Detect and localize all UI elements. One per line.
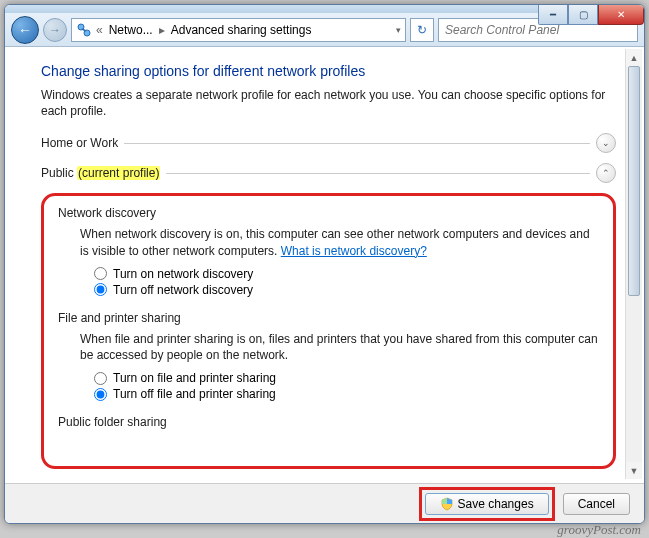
radio-network-discovery-off[interactable]: Turn off network discovery <box>94 283 599 297</box>
maximize-button[interactable]: ▢ <box>568 5 598 25</box>
address-dropdown-icon[interactable]: ▾ <box>396 25 401 35</box>
radio-network-discovery-on[interactable]: Turn on network discovery <box>94 267 599 281</box>
save-button-label: Save changes <box>458 497 534 511</box>
shield-icon <box>440 497 454 511</box>
cancel-button-label: Cancel <box>578 497 615 511</box>
refresh-button[interactable]: ↻ <box>410 18 434 42</box>
radio-input[interactable] <box>94 267 107 280</box>
footer-bar: Save changes Cancel <box>5 483 644 523</box>
forward-button[interactable]: → <box>43 18 67 42</box>
minimize-button[interactable]: ━ <box>538 5 568 25</box>
svg-line-2 <box>82 29 86 31</box>
highlighted-save-region: Save changes <box>419 487 555 521</box>
file-printer-options: Turn on file and printer sharing Turn of… <box>94 371 599 401</box>
chevron-down-icon[interactable]: ⌄ <box>596 133 616 153</box>
public-folder-heading: Public folder sharing <box>58 415 599 429</box>
highlighted-settings-region: Network discovery When network discovery… <box>41 193 616 469</box>
breadcrumb-separator: « <box>96 23 103 37</box>
radio-label: Turn off network discovery <box>113 283 253 297</box>
file-printer-description: When file and printer sharing is on, fil… <box>80 331 599 363</box>
back-button[interactable]: ← <box>11 16 39 44</box>
page-description: Windows creates a separate network profi… <box>41 87 616 119</box>
divider <box>166 173 590 174</box>
arrow-left-icon: ← <box>18 22 32 38</box>
page-title: Change sharing options for different net… <box>41 63 616 79</box>
content-area: Change sharing options for different net… <box>5 47 644 481</box>
section-home-or-work[interactable]: Home or Work ⌄ <box>41 133 616 153</box>
breadcrumb-network[interactable]: Netwo... <box>107 23 155 37</box>
section-label: Public <box>41 166 74 180</box>
network-icon <box>76 22 92 38</box>
scrollbar-thumb[interactable] <box>628 66 640 296</box>
refresh-icon: ↻ <box>417 23 427 37</box>
arrow-right-icon: → <box>49 23 61 37</box>
radio-label: Turn on file and printer sharing <box>113 371 276 385</box>
chevron-up-icon[interactable]: ⌃ <box>596 163 616 183</box>
radio-input[interactable] <box>94 283 107 296</box>
section-public[interactable]: Public (current profile) ⌃ <box>41 163 616 183</box>
save-changes-button[interactable]: Save changes <box>425 493 549 515</box>
divider <box>124 143 590 144</box>
radio-label: Turn on network discovery <box>113 267 253 281</box>
current-profile-badge: (current profile) <box>77 166 160 180</box>
breadcrumb-advanced-sharing[interactable]: Advanced sharing settings <box>169 23 314 37</box>
network-discovery-help-link[interactable]: What is network discovery? <box>281 244 427 258</box>
network-discovery-options: Turn on network discovery Turn off netwo… <box>94 267 599 297</box>
control-panel-window: ━ ▢ ✕ ← → « Netwo... ▸ Advanced sharing … <box>4 4 645 524</box>
scrollbar[interactable]: ▲ ▼ <box>625 49 642 479</box>
file-printer-heading: File and printer sharing <box>58 311 599 325</box>
window-controls: ━ ▢ ✕ <box>538 5 644 25</box>
section-label: Home or Work <box>41 136 118 150</box>
breadcrumb-separator: ▸ <box>159 23 165 37</box>
watermark: groovyPost.com <box>557 522 641 538</box>
cancel-button[interactable]: Cancel <box>563 493 630 515</box>
radio-input[interactable] <box>94 372 107 385</box>
radio-input[interactable] <box>94 388 107 401</box>
radio-file-printer-on[interactable]: Turn on file and printer sharing <box>94 371 599 385</box>
radio-label: Turn off file and printer sharing <box>113 387 276 401</box>
scroll-down-icon[interactable]: ▼ <box>626 462 642 479</box>
address-bar[interactable]: « Netwo... ▸ Advanced sharing settings ▾ <box>71 18 406 42</box>
network-discovery-heading: Network discovery <box>58 206 599 220</box>
scroll-up-icon[interactable]: ▲ <box>626 49 642 66</box>
close-button[interactable]: ✕ <box>598 5 644 25</box>
network-discovery-description: When network discovery is on, this compu… <box>80 226 599 258</box>
radio-file-printer-off[interactable]: Turn off file and printer sharing <box>94 387 599 401</box>
